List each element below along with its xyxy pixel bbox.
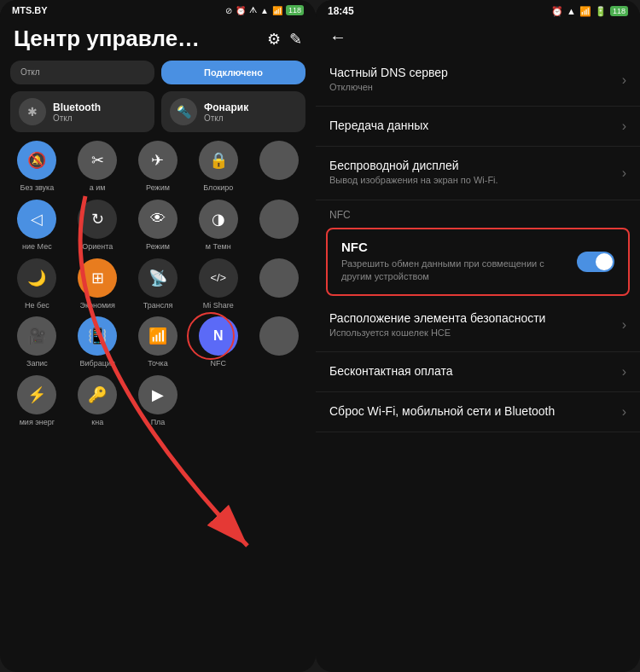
flashlight-name: Фонарик bbox=[204, 101, 248, 113]
silent-mode-icon: 🔕 bbox=[17, 141, 56, 180]
edit-icon[interactable]: ✎ bbox=[289, 30, 302, 49]
reset-networks-item[interactable]: Сброс Wi-Fi, мобильной сети и Bluetooth … bbox=[316, 392, 640, 432]
list-item[interactable]: ⊞ Экономия bbox=[71, 258, 125, 310]
list-item[interactable]: ↻ Ориента bbox=[71, 200, 125, 252]
empty3-icon bbox=[259, 258, 299, 298]
list-item bbox=[252, 316, 305, 368]
private-dns-item[interactable]: Частный DNS сервер Отключен › bbox=[316, 54, 640, 107]
reading-mode-icon: 👁 bbox=[138, 200, 177, 239]
wifi-connected-tile[interactable]: Подключено bbox=[161, 61, 305, 84]
contactless-payment-item[interactable]: Бесконтактная оплата › bbox=[316, 352, 640, 392]
wireless-display-item[interactable]: Беспроводной дисплей Вывод изображения н… bbox=[316, 147, 640, 200]
nfc-toggle-item[interactable]: N NFC bbox=[191, 316, 245, 368]
list-item[interactable]: ⚡ мия энерг bbox=[10, 375, 64, 427]
list-item[interactable]: ◁ ние Мес bbox=[10, 200, 64, 252]
list-item[interactable]: ◑ м Темн bbox=[191, 200, 245, 252]
control-center-header: Центр управле… ⚙ ✎ bbox=[0, 19, 316, 57]
hotspot-icon: 📶 bbox=[138, 316, 177, 356]
list-item[interactable]: 🎥 Запис bbox=[10, 316, 64, 368]
quick-toggle-grid: 🔕 Без звука ✂ а им ✈ Режим 🔒 Блокиро ◁ н… bbox=[0, 137, 316, 431]
wifi-off-label: Откл bbox=[20, 67, 144, 77]
list-item[interactable]: 📳 Вибрация bbox=[71, 316, 125, 368]
empty2-icon bbox=[259, 200, 299, 239]
data-transfer-item[interactable]: Передача данных › bbox=[316, 107, 640, 147]
list-item[interactable]: ▶ Пла bbox=[131, 375, 185, 427]
chevron-right-icon: › bbox=[622, 317, 626, 333]
security-element-item[interactable]: Расположение элемента безопасности Испол… bbox=[316, 299, 640, 352]
power-saving-icon: ⚡ bbox=[17, 375, 56, 414]
list-item[interactable]: 👁 Режим bbox=[131, 200, 185, 252]
flashlight-icon: 🔦 bbox=[170, 98, 197, 125]
bluetooth-status: Откл bbox=[53, 113, 101, 123]
carrier-text: MTS.BY bbox=[12, 5, 48, 15]
battery-saver-icon: ⊞ bbox=[78, 258, 117, 298]
window-icon: 🔑 bbox=[78, 375, 117, 414]
back-button[interactable]: ← bbox=[316, 20, 640, 54]
status-icons-right: ⏰ ▲ 📶 🔋 118 bbox=[551, 6, 628, 17]
settings-list: Частный DNS сервер Отключен › Передача д… bbox=[316, 54, 640, 672]
phone-left: MTS.BY ⊘ ⏰ ᗑ ▲ 📶 118 Центр управле… ⚙ ✎ … bbox=[0, 0, 316, 672]
top-tiles-row: Откл Подключено bbox=[0, 57, 316, 88]
wifi-connected-label: Подключено bbox=[204, 67, 263, 78]
cast-icon: 📡 bbox=[138, 258, 177, 298]
nfc-section-label: NFC bbox=[316, 200, 640, 224]
nfc-title: NFC bbox=[341, 240, 577, 254]
chevron-right-icon: › bbox=[622, 119, 626, 134]
list-item[interactable]: 📶 Точка bbox=[131, 316, 185, 368]
list-item[interactable]: ✂ а им bbox=[71, 141, 125, 193]
chevron-right-icon: › bbox=[622, 72, 626, 88]
empty4-icon bbox=[259, 316, 299, 356]
security-element-title: Расположение элемента безопасности bbox=[329, 311, 615, 325]
list-item[interactable]: 🌙 Не бес bbox=[10, 258, 64, 310]
bt-flash-row: ✱ Bluetooth Откл 🔦 Фонарик Откл bbox=[0, 91, 316, 137]
list-item[interactable]: 📡 Трансля bbox=[131, 258, 185, 310]
list-item[interactable]: 🔑 кна bbox=[71, 375, 125, 427]
page-title: Центр управле… bbox=[14, 26, 200, 52]
rotation-icon: ↻ bbox=[78, 200, 117, 239]
donotdisturb-icon: 🌙 bbox=[17, 258, 56, 298]
bluetooth-icon: ✱ bbox=[19, 98, 46, 125]
time-display: 18:45 bbox=[328, 5, 354, 17]
flashlight-status: Откл bbox=[204, 113, 248, 123]
dark-mode-icon: ◑ bbox=[199, 200, 238, 239]
wifi-off-tile[interactable]: Откл bbox=[10, 61, 154, 84]
bluetooth-tile[interactable]: ✱ Bluetooth Откл bbox=[10, 91, 154, 132]
nfc-toggle[interactable] bbox=[577, 252, 614, 272]
list-item[interactable]: ✈ Режим bbox=[131, 141, 185, 193]
settings-icon[interactable]: ⚙ bbox=[267, 30, 281, 49]
chevron-right-icon: › bbox=[622, 165, 626, 181]
status-icons-left: ⊘ ⏰ ᗑ ▲ 📶 118 bbox=[225, 5, 304, 15]
flashlight-info: Фонарик Откл bbox=[204, 101, 248, 123]
chevron-right-icon: › bbox=[622, 364, 626, 379]
list-item bbox=[252, 200, 305, 252]
nfc-subtitle: Разрешить обмен данными при совмещении с… bbox=[341, 258, 577, 284]
private-dns-title: Частный DNS сервер bbox=[329, 66, 615, 79]
chevron-right-icon: › bbox=[622, 404, 626, 420]
location-icon: ◁ bbox=[17, 200, 56, 239]
screenshot-icon: ✂ bbox=[78, 141, 117, 180]
status-bar-left: MTS.BY ⊘ ⏰ ᗑ ▲ 📶 118 bbox=[0, 0, 316, 19]
vibration-icon: 📳 bbox=[78, 316, 117, 356]
play-icon: ▶ bbox=[138, 375, 177, 414]
mi-share-icon: </> bbox=[199, 258, 238, 298]
nfc-settings-item[interactable]: NFC Разрешить обмен данными при совмещен… bbox=[326, 228, 630, 296]
list-item bbox=[252, 258, 305, 310]
lock-icon: 🔒 bbox=[199, 141, 238, 180]
list-item[interactable]: 🔒 Блокиро bbox=[191, 141, 245, 193]
flashlight-tile[interactable]: 🔦 Фонарик Откл bbox=[161, 91, 305, 132]
security-element-subtitle: Используется кошелек НСЕ bbox=[329, 327, 615, 339]
screen-record-icon: 🎥 bbox=[17, 316, 56, 356]
list-item[interactable]: 🔕 Без звука bbox=[10, 141, 64, 193]
list-item bbox=[252, 141, 305, 193]
reset-networks-title: Сброс Wi-Fi, мобильной сети и Bluetooth bbox=[329, 404, 615, 418]
empty-icon bbox=[259, 141, 299, 180]
status-bar-right: 18:45 ⏰ ▲ 📶 🔋 118 bbox=[316, 0, 640, 20]
data-transfer-title: Передача данных bbox=[329, 119, 615, 132]
bluetooth-info: Bluetooth Откл bbox=[53, 101, 101, 123]
list-item[interactable]: </> Mi Share bbox=[191, 258, 245, 310]
phone-right: 18:45 ⏰ ▲ 📶 🔋 118 ← Частный DNS сервер О… bbox=[316, 0, 640, 672]
contactless-payment-title: Бесконтактная оплата bbox=[329, 364, 615, 378]
wireless-display-title: Беспроводной дисплей bbox=[329, 159, 615, 172]
header-action-icons: ⚙ ✎ bbox=[267, 30, 302, 49]
bluetooth-name: Bluetooth bbox=[53, 101, 101, 113]
